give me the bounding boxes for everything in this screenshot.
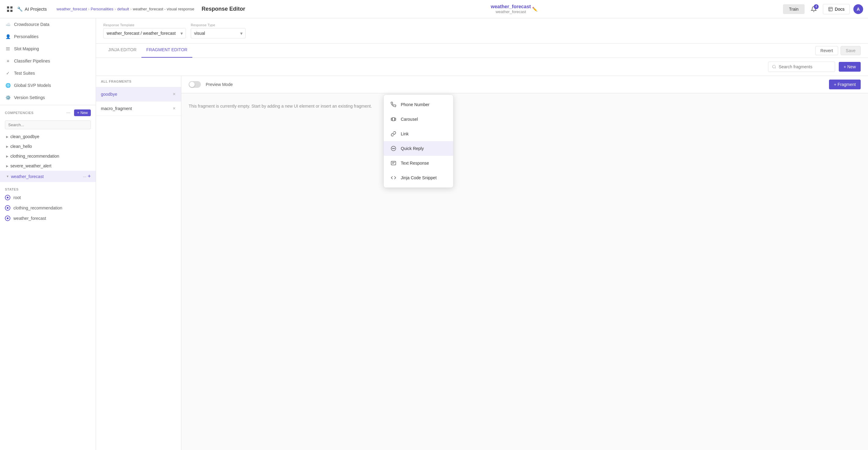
state-label: root (13, 195, 21, 200)
app: 🔧 AI Projects weather_forecast › Persona… (0, 0, 868, 450)
breadcrumb-item-3[interactable]: default (117, 7, 129, 11)
add-fragment-button[interactable]: + Fragment (829, 80, 861, 89)
tree-item-label: clothing_recommendation (10, 154, 59, 158)
topbar: 🔧 AI Projects weather_forecast › Persona… (0, 0, 868, 18)
dropdown-item-jinja-snippet[interactable]: Jinja Code Snippet (384, 171, 453, 185)
notification-button[interactable]: 4 (808, 4, 819, 14)
tab-jinja[interactable]: JINJA EDITOR (103, 43, 142, 58)
tree-item-clean-hello[interactable]: ▶ clean_hello (0, 142, 96, 151)
content-header: Response Template weather_forecast / wea… (96, 18, 868, 43)
breadcrumb-item-1[interactable]: weather_forecast (57, 7, 87, 11)
sidebar-item-test-suites[interactable]: ✓ Test Suites (0, 67, 96, 79)
edit-icon[interactable]: ✏️ (532, 7, 537, 11)
tree-item-more-button[interactable]: ··· (83, 174, 87, 179)
reply-icon (390, 145, 397, 152)
sidebar-divider (0, 105, 96, 105)
response-template-wrapper: weather_forecast / weather_forecast (103, 28, 186, 38)
competencies-header: COMPETENCIES ··· + New (0, 107, 96, 118)
topbar-right: Train 4 Docs A (783, 4, 863, 14)
breadcrumb: weather_forecast › Personalities › defau… (57, 7, 194, 11)
sidebar-search-input[interactable] (5, 120, 91, 129)
state-label: clothing_recommendation (13, 206, 62, 210)
new-fragment-button[interactable]: + New (839, 62, 861, 72)
tree-item-label: severe_weather_alert (10, 163, 52, 168)
response-template-group: Response Template weather_forecast / wea… (103, 23, 186, 38)
topbar-center: weather_forecast weather_forecast ✏️ (249, 4, 779, 14)
svg-rect-4 (829, 7, 832, 11)
tab-fragment[interactable]: FRAGMENT EDITOR (142, 43, 192, 58)
fragment-toolbar: + New (96, 58, 868, 76)
response-template-select[interactable]: weather_forecast / weather_forecast (103, 28, 186, 38)
canvas-toolbar: Preview Mode + Fragment (181, 76, 868, 93)
sidebar-item-personalities[interactable]: 👤 Personalities (0, 30, 96, 43)
grid-icon[interactable] (5, 4, 14, 14)
svg-rect-3 (10, 10, 12, 12)
check-icon: ✓ (5, 70, 11, 76)
states-label: STATES (0, 185, 96, 192)
response-type-wrapper: visual (191, 28, 246, 38)
form-row: Response Template weather_forecast / wea… (103, 23, 861, 38)
search-fragments-input[interactable] (779, 64, 828, 69)
state-label: weather_forecast (13, 216, 46, 221)
nav-label-test-suites: Test Suites (14, 71, 35, 76)
state-item-weather-forecast[interactable]: weather_forecast (0, 213, 96, 223)
dropdown-item-label: Link (401, 131, 409, 136)
svg-rect-12 (391, 118, 392, 120)
revert-button[interactable]: Revert (815, 46, 838, 55)
save-button[interactable]: Save (841, 46, 861, 55)
sidebar-item-crowdsource[interactable]: ☁️ Crowdsource Data (0, 18, 96, 30)
page-title-section: Response Editor (202, 6, 245, 12)
dropdown-item-label: Phone Number (401, 102, 429, 107)
nav-label-version-settings: Version Settings (14, 95, 45, 100)
tree-item-clean-goodbye[interactable]: ▶ clean_goodbye (0, 132, 96, 142)
dropdown-item-link[interactable]: Link (384, 126, 453, 141)
response-type-label: Response Type (191, 23, 246, 27)
topbar-left: 🔧 AI Projects (5, 4, 47, 14)
svg-rect-1 (10, 6, 12, 8)
svg-rect-2 (7, 10, 9, 12)
nav-label-crowdsource: Crowdsource Data (14, 22, 50, 27)
docs-button[interactable]: Docs (823, 4, 850, 14)
preview-mode-label: Preview Mode (206, 82, 233, 87)
fragment-item-close-goodbye[interactable]: × (172, 91, 176, 97)
breadcrumb-sep-1: › (88, 7, 89, 11)
fragment-list: ALL FRAGMENTS goodbye × macro_fragment × (96, 76, 181, 450)
tree-item-add-button[interactable]: + (88, 173, 91, 180)
fragment-item-macro[interactable]: macro_fragment × (96, 101, 181, 116)
state-item-root[interactable]: root (0, 192, 96, 203)
sidebar-item-global-svp[interactable]: 🌐 Global SVP Models (0, 79, 96, 91)
fragment-item-goodbye[interactable]: goodbye × (96, 87, 181, 101)
competencies-new-button[interactable]: + New (74, 110, 91, 116)
entity-name: weather_forecast (491, 4, 531, 9)
fragment-item-close-macro[interactable]: × (172, 105, 176, 112)
tree-item-severe-weather-alert[interactable]: ▶ severe_weather_alert (0, 161, 96, 171)
state-item-clothing-recommendation[interactable]: clothing_recommendation (0, 203, 96, 213)
svg-rect-0 (7, 6, 9, 8)
sidebar-item-version-settings[interactable]: ⚙️ Version Settings (0, 91, 96, 104)
fragment-editor-area: + New ALL FRAGMENTS goodbye × macro_frag… (96, 58, 868, 450)
tab-actions: Revert Save (815, 43, 861, 58)
chevron-down-icon: ▼ (6, 175, 9, 178)
sidebar-item-classifier[interactable]: ≡ Classifier Pipelines (0, 55, 96, 67)
sidebar-item-slot-mapping[interactable]: Slot Mapping (0, 43, 96, 55)
svg-point-17 (393, 148, 394, 149)
fragment-editor-main: ALL FRAGMENTS goodbye × macro_fragment × (96, 76, 868, 450)
response-type-select[interactable]: visual (191, 28, 246, 38)
text-response-icon (390, 159, 397, 167)
dropdown-item-carousel[interactable]: Carousel (384, 112, 453, 126)
dropdown-item-quick-reply[interactable]: Quick Reply (384, 141, 453, 156)
dropdown-item-text-response[interactable]: Text Response (384, 156, 453, 171)
tree-item-weather-forecast[interactable]: ▼ weather_forecast ··· + (0, 171, 96, 182)
breadcrumb-item-2[interactable]: Personalities (91, 7, 113, 11)
competencies-more-button[interactable]: ··· (65, 110, 72, 116)
state-icon (5, 215, 10, 221)
preview-mode-toggle[interactable] (189, 81, 201, 88)
dropdown-item-phone-number[interactable]: Phone Number (384, 97, 453, 112)
train-button[interactable]: Train (783, 4, 805, 14)
search-bar (0, 118, 96, 132)
canvas-actions: + Fragment (829, 80, 861, 89)
tree-item-label: clean_hello (10, 144, 32, 149)
tree-item-clothing-recommendation[interactable]: ▶ clothing_recommendation (0, 151, 96, 161)
person-icon: 👤 (5, 33, 11, 40)
dropdown-menu: Phone Number Carousel Link Quick Reply T… (383, 94, 454, 188)
